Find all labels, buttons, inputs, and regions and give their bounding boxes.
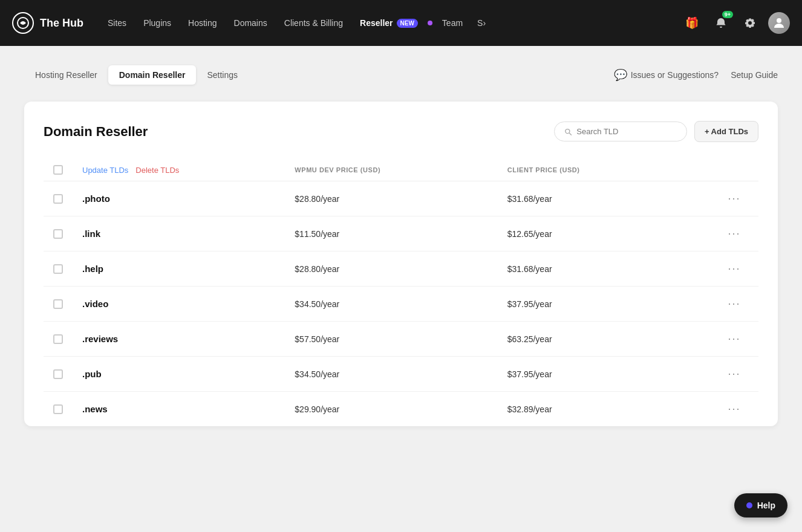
row-checkbox-3[interactable] xyxy=(53,299,82,309)
reseller-badge-group: Reseller NEW xyxy=(360,18,418,28)
issues-icon: 💬 xyxy=(614,68,627,82)
tabs-right: 💬 Issues or Suggestions? Setup Guide xyxy=(614,68,778,82)
main-card: Domain Reseller + Add TLDs Update TLDs xyxy=(24,102,778,426)
table-row: .photo $28.80/year $31.68/year ··· xyxy=(44,181,758,216)
navbar: The Hub Sites Plugins Hosting Domains Cl… xyxy=(0,0,802,46)
new-badge: NEW xyxy=(397,19,418,28)
wpmu-price: $28.80/year xyxy=(295,264,507,274)
wpmu-price: $11.50/year xyxy=(295,229,507,239)
row-checkbox[interactable] xyxy=(53,334,63,344)
brand[interactable]: The Hub xyxy=(12,12,83,34)
tld-table-body: .photo $28.80/year $31.68/year ··· .link… xyxy=(44,181,758,426)
nav-reseller[interactable]: Reseller NEW xyxy=(353,13,425,33)
wpmu-price: $34.50/year xyxy=(295,299,507,309)
tld-name: .pub xyxy=(82,369,295,379)
wpmu-price: $28.80/year xyxy=(295,194,507,204)
table-row: .news $29.90/year $32.89/year ··· xyxy=(44,392,758,426)
client-price: $32.89/year xyxy=(507,404,720,414)
row-more-button[interactable]: ··· xyxy=(720,368,749,380)
row-checkbox[interactable] xyxy=(53,194,63,204)
tld-name: .link xyxy=(82,229,295,239)
notifications-button[interactable]: 9+ xyxy=(710,12,732,34)
svg-point-2 xyxy=(566,129,570,133)
row-more-button[interactable]: ··· xyxy=(720,192,749,205)
tab-hosting-reseller[interactable]: Hosting Reseller xyxy=(24,65,108,85)
svg-point-1 xyxy=(777,18,781,23)
client-price: $37.95/year xyxy=(507,369,720,379)
wpmu-price: $29.90/year xyxy=(295,404,507,414)
row-checkbox[interactable] xyxy=(53,299,63,309)
row-checkbox-6[interactable] xyxy=(53,404,82,414)
gift-icon: 🎁 xyxy=(685,16,699,30)
add-tlds-button[interactable]: + Add TLDs xyxy=(694,121,758,142)
tld-name: .video xyxy=(82,299,295,309)
row-checkbox[interactable] xyxy=(53,229,63,239)
nav-actions: 🎁 9+ xyxy=(681,12,790,34)
nav-hosting[interactable]: Hosting xyxy=(181,13,224,33)
table-row: .pub $34.50/year $37.95/year ··· xyxy=(44,357,758,392)
card-header: Domain Reseller + Add TLDs xyxy=(44,121,758,142)
wpmu-price: $34.50/year xyxy=(295,369,507,379)
table-row: .help $28.80/year $31.68/year ··· xyxy=(44,251,758,287)
client-price: $63.25/year xyxy=(507,334,720,344)
client-price: $31.68/year xyxy=(507,264,720,274)
nav-more[interactable]: S› xyxy=(472,13,491,33)
search-box[interactable] xyxy=(554,122,687,141)
row-more-button[interactable]: ··· xyxy=(720,332,749,345)
nav-links: Sites Plugins Hosting Domains Clients & … xyxy=(100,13,676,33)
issues-link[interactable]: 💬 Issues or Suggestions? xyxy=(614,68,719,82)
nav-domains[interactable]: Domains xyxy=(227,13,275,33)
brand-icon xyxy=(12,12,34,34)
tab-settings[interactable]: Settings xyxy=(196,65,249,85)
tabs-bar: Hosting Reseller Domain Reseller Setting… xyxy=(24,65,778,85)
avatar-image xyxy=(768,12,790,34)
table-row: .link $11.50/year $12.65/year ··· xyxy=(44,216,758,251)
gift-button[interactable]: 🎁 xyxy=(681,12,703,34)
reseller-active-dot xyxy=(428,21,432,25)
update-tlds-button[interactable]: Update TLDs xyxy=(82,166,128,175)
card-title: Domain Reseller xyxy=(44,124,148,140)
settings-button[interactable] xyxy=(739,12,761,34)
nav-sites[interactable]: Sites xyxy=(100,13,134,33)
table-row: .reviews $57.50/year $63.25/year ··· xyxy=(44,322,758,357)
bulk-actions: Update TLDs Delete TLDs xyxy=(82,166,295,175)
tab-domain-reseller[interactable]: Domain Reseller xyxy=(108,65,197,85)
row-checkbox-0[interactable] xyxy=(53,194,82,204)
nav-clients-billing[interactable]: Clients & Billing xyxy=(277,13,350,33)
tld-name: .photo xyxy=(82,193,295,204)
card-actions: + Add TLDs xyxy=(554,121,758,142)
row-checkbox-1[interactable] xyxy=(53,229,82,239)
row-checkbox-2[interactable] xyxy=(53,264,82,274)
row-checkbox-5[interactable] xyxy=(53,369,82,379)
tld-name: .reviews xyxy=(82,334,295,344)
row-checkbox-4[interactable] xyxy=(53,334,82,344)
table-row: .video $34.50/year $37.95/year ··· xyxy=(44,287,758,322)
setup-guide-link[interactable]: Setup Guide xyxy=(731,70,778,80)
row-more-button[interactable]: ··· xyxy=(720,262,749,275)
header-checkbox[interactable] xyxy=(53,165,63,175)
row-checkbox[interactable] xyxy=(53,369,63,379)
tld-name: .news xyxy=(82,404,295,414)
search-icon xyxy=(564,128,572,136)
client-price: $12.65/year xyxy=(507,229,720,239)
notification-badge: 9+ xyxy=(722,11,733,18)
client-price: $37.95/year xyxy=(507,299,720,309)
wpmu-price: $57.50/year xyxy=(295,334,507,344)
wpmu-price-header: WPMU DEV PRICE (USD) xyxy=(295,166,507,174)
row-more-button[interactable]: ··· xyxy=(720,297,749,310)
row-more-button[interactable]: ··· xyxy=(720,227,749,240)
row-checkbox[interactable] xyxy=(53,264,63,274)
content-area: Hosting Reseller Domain Reseller Setting… xyxy=(0,46,802,446)
select-all-checkbox[interactable] xyxy=(53,165,82,175)
brand-name: The Hub xyxy=(40,17,83,30)
client-price-header: CLIENT PRICE (USD) xyxy=(507,166,720,174)
delete-tlds-button[interactable]: Delete TLDs xyxy=(135,166,179,175)
row-checkbox[interactable] xyxy=(53,404,63,414)
row-more-button[interactable]: ··· xyxy=(720,403,749,415)
nav-plugins[interactable]: Plugins xyxy=(136,13,178,33)
client-price: $31.68/year xyxy=(507,194,720,204)
nav-team[interactable]: Team xyxy=(435,13,470,33)
table-header: Update TLDs Delete TLDs WPMU DEV PRICE (… xyxy=(44,159,758,181)
search-tld-input[interactable] xyxy=(576,127,677,136)
user-avatar[interactable] xyxy=(768,12,790,34)
